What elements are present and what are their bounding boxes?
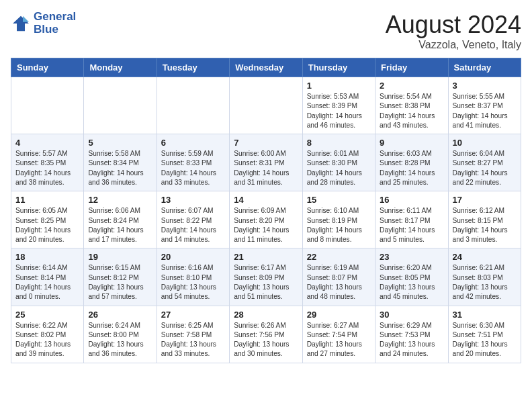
calendar-cell: 14Sunrise: 6:09 AM Sunset: 8:20 PM Dayli… [230,191,302,248]
calendar-cell: 27Sunrise: 6:25 AM Sunset: 7:58 PM Dayli… [157,306,229,363]
calendar-cell: 16Sunrise: 6:11 AM Sunset: 8:17 PM Dayli… [375,191,448,248]
calendar-cell: 24Sunrise: 6:21 AM Sunset: 8:03 PM Dayli… [448,248,521,306]
day-number: 6 [161,138,225,148]
day-info: Sunrise: 6:11 AM Sunset: 8:17 PM Dayligh… [380,206,443,244]
calendar-cell: 1Sunrise: 5:53 AM Sunset: 8:39 PM Daylig… [302,77,375,134]
day-number: 23 [380,252,443,262]
day-info: Sunrise: 6:06 AM Sunset: 8:24 PM Dayligh… [88,206,152,244]
day-number: 22 [307,252,371,262]
calendar-cell: 7Sunrise: 6:00 AM Sunset: 8:31 PM Daylig… [230,134,302,191]
calendar-cell: 18Sunrise: 6:14 AM Sunset: 8:14 PM Dayli… [11,248,84,306]
day-info: Sunrise: 6:14 AM Sunset: 8:14 PM Dayligh… [15,263,79,302]
month-year: August 2024 [386,11,521,39]
day-info: Sunrise: 5:53 AM Sunset: 8:39 PM Dayligh… [307,92,371,130]
day-info: Sunrise: 6:01 AM Sunset: 8:30 PM Dayligh… [307,149,371,187]
day-number: 11 [15,195,79,205]
calendar-cell: 12Sunrise: 6:06 AM Sunset: 8:24 PM Dayli… [84,191,157,248]
calendar-week-row: 25Sunrise: 6:22 AM Sunset: 8:02 PM Dayli… [11,306,521,363]
calendar-cell: 11Sunrise: 6:05 AM Sunset: 8:25 PM Dayli… [11,191,84,248]
svg-marker-0 [13,15,29,31]
day-info: Sunrise: 6:07 AM Sunset: 8:22 PM Dayligh… [161,206,225,244]
day-number: 25 [15,310,79,320]
day-info: Sunrise: 6:24 AM Sunset: 8:00 PM Dayligh… [88,321,152,359]
weekday-header-monday: Monday [84,58,157,77]
day-number: 27 [161,310,225,320]
calendar-week-row: 11Sunrise: 6:05 AM Sunset: 8:25 PM Dayli… [11,191,521,248]
day-info: Sunrise: 6:10 AM Sunset: 8:19 PM Dayligh… [307,206,371,244]
day-number: 12 [88,195,152,205]
day-number: 18 [15,252,79,262]
day-number: 8 [307,138,371,148]
day-number: 10 [453,138,517,148]
day-number: 21 [234,252,298,262]
calendar-cell: 20Sunrise: 6:16 AM Sunset: 8:10 PM Dayli… [157,248,229,306]
day-info: Sunrise: 6:29 AM Sunset: 7:53 PM Dayligh… [380,321,443,359]
day-info: Sunrise: 6:22 AM Sunset: 8:02 PM Dayligh… [15,321,79,359]
location: Vazzola, Veneto, Italy [386,39,521,51]
day-info: Sunrise: 6:26 AM Sunset: 7:56 PM Dayligh… [234,321,298,359]
day-info: Sunrise: 6:21 AM Sunset: 8:03 PM Dayligh… [453,263,517,302]
day-number: 9 [380,138,443,148]
logo-text: General Blue [34,11,76,36]
day-info: Sunrise: 5:55 AM Sunset: 8:37 PM Dayligh… [453,92,517,130]
day-number: 3 [453,81,517,91]
calendar-cell: 19Sunrise: 6:15 AM Sunset: 8:12 PM Dayli… [84,248,157,306]
calendar-cell [157,77,229,134]
day-info: Sunrise: 6:25 AM Sunset: 7:58 PM Dayligh… [161,321,225,359]
page-header: General Blue August 2024 Vazzola, Veneto… [11,11,521,51]
calendar-cell [11,77,84,134]
day-info: Sunrise: 6:20 AM Sunset: 8:05 PM Dayligh… [380,263,443,302]
calendar-cell: 28Sunrise: 6:26 AM Sunset: 7:56 PM Dayli… [230,306,302,363]
day-info: Sunrise: 6:19 AM Sunset: 8:07 PM Dayligh… [307,263,371,302]
day-number: 1 [307,81,371,91]
calendar-cell: 15Sunrise: 6:10 AM Sunset: 8:19 PM Dayli… [302,191,375,248]
calendar-cell [230,77,302,134]
day-number: 16 [380,195,443,205]
day-number: 24 [453,252,517,262]
calendar-cell: 8Sunrise: 6:01 AM Sunset: 8:30 PM Daylig… [302,134,375,191]
calendar-cell: 10Sunrise: 6:04 AM Sunset: 8:27 PM Dayli… [448,134,521,191]
calendar-week-row: 18Sunrise: 6:14 AM Sunset: 8:14 PM Dayli… [11,248,521,306]
calendar-cell: 17Sunrise: 6:12 AM Sunset: 8:15 PM Dayli… [448,191,521,248]
day-info: Sunrise: 6:15 AM Sunset: 8:12 PM Dayligh… [88,263,152,302]
calendar-cell: 2Sunrise: 5:54 AM Sunset: 8:38 PM Daylig… [375,77,448,134]
weekday-header-thursday: Thursday [302,58,375,77]
weekday-header-row: SundayMondayTuesdayWednesdayThursdayFrid… [11,58,521,77]
day-info: Sunrise: 6:09 AM Sunset: 8:20 PM Dayligh… [234,206,298,244]
weekday-header-friday: Friday [375,58,448,77]
day-number: 26 [88,310,152,320]
calendar-cell: 4Sunrise: 5:57 AM Sunset: 8:35 PM Daylig… [11,134,84,191]
calendar-table: SundayMondayTuesdayWednesdayThursdayFrid… [11,58,521,363]
day-number: 2 [380,81,443,91]
calendar-cell: 25Sunrise: 6:22 AM Sunset: 8:02 PM Dayli… [11,306,84,363]
day-number: 7 [234,138,298,148]
day-number: 14 [234,195,298,205]
day-info: Sunrise: 5:57 AM Sunset: 8:35 PM Dayligh… [15,149,79,187]
day-number: 5 [88,138,152,148]
title-block: August 2024 Vazzola, Veneto, Italy [386,11,521,51]
day-info: Sunrise: 5:54 AM Sunset: 8:38 PM Dayligh… [380,92,443,130]
day-info: Sunrise: 5:58 AM Sunset: 8:34 PM Dayligh… [88,149,152,187]
calendar-week-row: 1Sunrise: 5:53 AM Sunset: 8:39 PM Daylig… [11,77,521,134]
calendar-cell: 6Sunrise: 5:59 AM Sunset: 8:33 PM Daylig… [157,134,229,191]
weekday-header-saturday: Saturday [448,58,521,77]
calendar-cell: 26Sunrise: 6:24 AM Sunset: 8:00 PM Dayli… [84,306,157,363]
day-info: Sunrise: 6:00 AM Sunset: 8:31 PM Dayligh… [234,149,298,187]
calendar-cell: 5Sunrise: 5:58 AM Sunset: 8:34 PM Daylig… [84,134,157,191]
day-number: 15 [307,195,371,205]
svg-marker-1 [23,15,29,21]
calendar-cell: 23Sunrise: 6:20 AM Sunset: 8:05 PM Dayli… [375,248,448,306]
day-number: 17 [453,195,517,205]
day-number: 30 [380,310,443,320]
day-number: 28 [234,310,298,320]
calendar-cell: 31Sunrise: 6:30 AM Sunset: 7:51 PM Dayli… [448,306,521,363]
day-info: Sunrise: 6:12 AM Sunset: 8:15 PM Dayligh… [453,206,517,244]
day-info: Sunrise: 6:17 AM Sunset: 8:09 PM Dayligh… [234,263,298,302]
calendar-cell: 30Sunrise: 6:29 AM Sunset: 7:53 PM Dayli… [375,306,448,363]
calendar-cell: 22Sunrise: 6:19 AM Sunset: 8:07 PM Dayli… [302,248,375,306]
day-number: 31 [453,310,517,320]
day-number: 4 [15,138,79,148]
calendar-cell: 13Sunrise: 6:07 AM Sunset: 8:22 PM Dayli… [157,191,229,248]
day-number: 19 [88,252,152,262]
calendar-cell: 21Sunrise: 6:17 AM Sunset: 8:09 PM Dayli… [230,248,302,306]
